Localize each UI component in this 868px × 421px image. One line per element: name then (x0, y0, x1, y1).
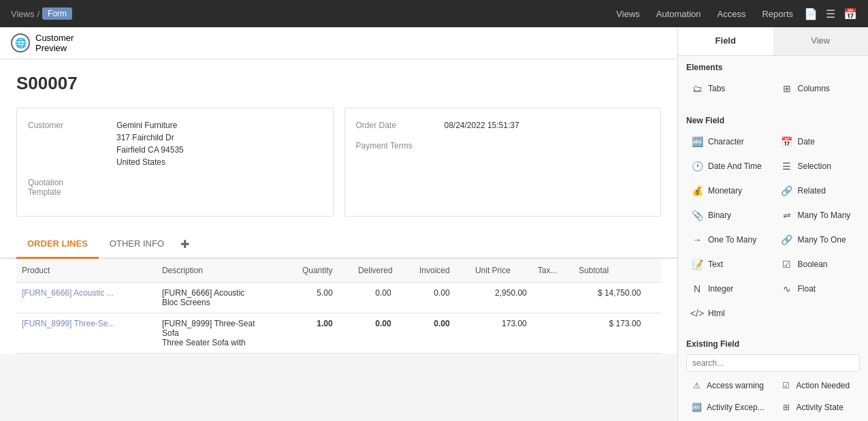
selection-label: Selection (798, 161, 831, 171)
tab-other-info[interactable]: OTHER INFO (99, 230, 175, 259)
payment-terms-row: Payment Terms (356, 140, 650, 151)
nav-views[interactable]: Views (616, 9, 639, 19)
preview-label: Preview (35, 43, 74, 53)
nav-access[interactable]: Access (718, 9, 746, 19)
existing-activity-state[interactable]: ⊞ Activity State (776, 398, 861, 417)
existing-field-list: ⚠ Access warning ☑ Action Needed 🔤 Activ… (686, 376, 860, 421)
field-html[interactable]: </> Html (686, 302, 771, 324)
action-needed-label: Action Needed (797, 381, 850, 390)
field-date[interactable]: 📅 Date (776, 131, 861, 153)
many-to-one-icon: 🔗 (780, 233, 794, 247)
many-to-one-label: Many To One (798, 235, 846, 245)
content-area: 🌐 Customer Preview S00007 Customer Gemin… (0, 27, 677, 421)
col-delivered: Delivered (353, 259, 414, 283)
field-many-to-many[interactable]: ⇌ Many To Many (776, 204, 861, 226)
calendar-icon[interactable]: 📅 (843, 7, 857, 20)
tab-order-lines[interactable]: ORDER LINES (16, 230, 99, 259)
address-line-2: 317 Fairchild Dr (116, 131, 184, 144)
field-selection[interactable]: ☰ Selection (776, 155, 861, 177)
new-field-title: New Field (686, 116, 860, 125)
nav-reports[interactable]: Reports (762, 9, 793, 19)
customer-field-row: Customer Gemini Furniture 317 Fairchild … (28, 119, 322, 168)
binary-icon: 📎 (690, 208, 704, 222)
html-label: Html (708, 309, 725, 318)
existing-field-search[interactable] (686, 354, 860, 372)
table-row: [FURN_6666] Acoustic ... [FURN_6666] Aco… (16, 283, 661, 313)
row1-subtotal: $ 14,750.00 (573, 283, 646, 313)
address-line-4: United States (116, 156, 184, 168)
top-nav: Views / Form Views Automation Access Rep… (0, 0, 868, 27)
document-icon[interactable]: 📄 (804, 7, 818, 20)
html-icon: </> (690, 307, 704, 320)
activity-state-label: Activity State (797, 403, 843, 412)
col-quantity: Quantity (297, 259, 353, 283)
elements-title: Elements (686, 63, 860, 72)
row2-subtotal: $ 173.00 (573, 313, 646, 354)
activity-excep-icon: 🔤 (690, 401, 703, 414)
customer-label: Customer (35, 33, 74, 43)
tabs-bar: ORDER LINES OTHER INFO ✚ (0, 230, 677, 259)
form-area: S00007 Customer Gemini Furniture 317 Fai… (0, 59, 677, 230)
text-icon: 📝 (690, 258, 704, 271)
order-id: S00007 (16, 73, 661, 94)
tab-view[interactable]: View (773, 27, 869, 55)
new-field-grid: 🔤 Character 📅 Date 🕐 Date And Time ☰ Sel… (686, 131, 860, 324)
field-text[interactable]: 📝 Text (686, 253, 771, 275)
row2-invoiced: 0.00 (414, 313, 470, 354)
field-one-to-many[interactable]: → One To Many (686, 229, 771, 251)
breadcrumb-form[interactable]: Form (42, 7, 72, 20)
menu-icon[interactable]: ☰ (826, 7, 835, 20)
row2-delivered: 0.00 (353, 313, 414, 354)
row2-product[interactable]: [FURN_8999] Three-Se... (16, 313, 157, 354)
activity-excep-label: Activity Excep... (707, 403, 765, 412)
existing-activity-excep[interactable]: 🔤 Activity Excep... (686, 398, 771, 417)
field-character[interactable]: 🔤 Character (686, 131, 771, 153)
many-to-many-label: Many To Many (798, 210, 851, 220)
tabs-label: Tabs (708, 84, 725, 93)
date-and-time-icon: 🕐 (690, 159, 704, 173)
field-float[interactable]: ∿ Float (776, 278, 861, 300)
existing-field-section: Existing Field ⚠ Access warning ☑ Action… (678, 334, 868, 421)
existing-action-needed[interactable]: ☑ Action Needed (776, 376, 861, 395)
field-integer[interactable]: N Integer (686, 278, 771, 300)
access-warning-icon: ⚠ (690, 379, 703, 392)
globe-icon: 🌐 (11, 33, 30, 52)
related-icon: 🔗 (780, 184, 794, 198)
row1-product[interactable]: [FURN_6666] Acoustic ... (16, 283, 157, 313)
row1-tax (532, 283, 573, 313)
field-monetary[interactable]: 💰 Monetary (686, 180, 771, 202)
col-handle (646, 259, 661, 283)
element-tabs[interactable]: 🗂 Tabs (686, 78, 771, 99)
boolean-icon: ☑ (780, 258, 794, 271)
field-boolean[interactable]: ☑ Boolean (776, 253, 861, 275)
field-binary[interactable]: 📎 Binary (686, 204, 771, 226)
tab-field[interactable]: Field (678, 27, 773, 55)
one-to-many-icon: → (690, 233, 704, 247)
field-date-and-time[interactable]: 🕐 Date And Time (686, 155, 771, 177)
date-and-time-label: Date And Time (708, 161, 762, 171)
nav-icons: 📄 ☰ 📅 (804, 7, 857, 20)
existing-field-grid: ⚠ Access warning ☑ Action Needed 🔤 Activ… (686, 376, 860, 421)
row2-handle (646, 313, 661, 354)
field-related[interactable]: 🔗 Related (776, 180, 861, 202)
row2-description: [FURN_8999] Three-SeatSofaThree Seater S… (157, 313, 297, 354)
many-to-many-icon: ⇌ (780, 208, 794, 222)
main-layout: 🌐 Customer Preview S00007 Customer Gemin… (0, 27, 868, 421)
col-invoiced: Invoiced (414, 259, 470, 283)
breadcrumb-views[interactable]: Views (11, 9, 34, 19)
access-warning-label: Access warning (707, 381, 764, 390)
existing-access-warning[interactable]: ⚠ Access warning (686, 376, 771, 395)
binary-label: Binary (708, 210, 731, 220)
right-panel: Field View Elements 🗂 Tabs ⊞ Columns New… (677, 27, 868, 421)
field-many-to-one[interactable]: 🔗 Many To One (776, 229, 861, 251)
row1-invoiced: 0.00 (414, 283, 470, 313)
element-columns[interactable]: ⊞ Columns (776, 78, 861, 99)
order-lines-table: Product Description Quantity Delivered I… (16, 259, 661, 354)
row1-unit-price: 2,950.00 (470, 283, 532, 313)
customer-preview-text: Customer Preview (35, 33, 74, 53)
text-label: Text (708, 260, 723, 269)
add-tab-button[interactable]: ✚ (175, 232, 195, 256)
form-sections: Customer Gemini Furniture 317 Fairchild … (16, 108, 661, 217)
nav-automation[interactable]: Automation (656, 9, 701, 19)
columns-label: Columns (798, 84, 830, 93)
